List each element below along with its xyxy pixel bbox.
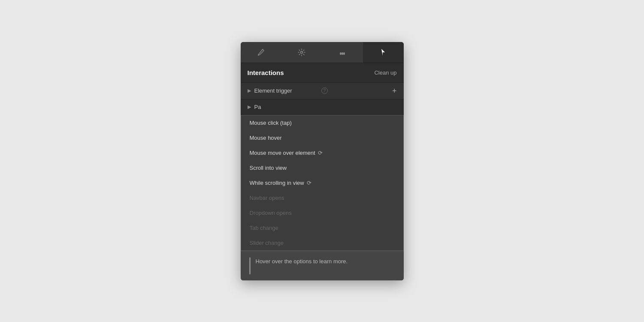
option-mouse-move-label: Mouse move over element	[250, 150, 315, 156]
svg-point-1	[340, 52, 342, 55]
interactions-panel: Interactions Clean up ▶ Element trigger …	[241, 42, 404, 280]
option-mouse-hover-label: Mouse hover	[250, 135, 282, 141]
option-mouse-click[interactable]: Mouse click (tap)	[241, 115, 403, 130]
option-tab-change-label: Tab change	[250, 225, 278, 231]
svg-point-0	[301, 51, 303, 53]
section-title: Interactions	[248, 69, 284, 76]
tab-brush[interactable]	[241, 42, 281, 63]
hint-text: Hover over the options to learn more.	[256, 257, 348, 266]
hint-box: Hover over the options to learn more.	[241, 251, 404, 280]
refresh-icon-1: ⟳	[318, 150, 323, 156]
hint-bar	[249, 257, 251, 274]
tab-settings[interactable]	[281, 42, 322, 63]
option-scroll-into-view-label: Scroll into view	[250, 165, 287, 171]
svg-point-2	[342, 52, 343, 55]
option-mouse-hover[interactable]: Mouse hover	[241, 130, 403, 145]
option-mouse-click-label: Mouse click (tap)	[250, 120, 292, 126]
trigger-dropdown: Mouse click (tap) Mouse hover Mouse move…	[241, 115, 404, 251]
svg-marker-4	[381, 49, 385, 56]
pa-label: Pa	[254, 104, 261, 110]
tab-color[interactable]	[322, 42, 363, 63]
svg-point-3	[343, 52, 345, 55]
option-navbar-opens: Navbar opens	[241, 190, 403, 205]
option-slider-change-label: Slider change	[250, 240, 284, 246]
option-mouse-move[interactable]: Mouse move over element ⟳	[241, 145, 403, 160]
pa-row[interactable]: ▶ Pa	[241, 99, 404, 115]
option-navbar-opens-label: Navbar opens	[250, 195, 284, 201]
help-icon[interactable]: ?	[321, 87, 328, 94]
tab-bar	[241, 42, 404, 63]
option-while-scrolling-label: While scrolling in view	[250, 180, 304, 186]
option-tab-change: Tab change	[241, 220, 403, 235]
add-trigger-button[interactable]: +	[392, 87, 397, 95]
chevron-right-icon: ▶	[248, 88, 251, 93]
section-header: Interactions Clean up	[241, 63, 404, 83]
tab-interactions[interactable]	[363, 42, 404, 63]
cleanup-button[interactable]: Clean up	[374, 69, 396, 76]
option-while-scrolling[interactable]: While scrolling in view ⟳	[241, 175, 403, 190]
option-scroll-into-view[interactable]: Scroll into view	[241, 160, 403, 175]
option-dropdown-opens: Dropdown opens	[241, 205, 403, 220]
element-trigger-row[interactable]: ▶ Element trigger ? +	[241, 83, 404, 99]
option-dropdown-opens-label: Dropdown opens	[250, 210, 292, 216]
option-slider-change: Slider change	[241, 235, 403, 250]
chevron-right-icon-2: ▶	[248, 104, 251, 110]
refresh-icon-2: ⟳	[307, 180, 311, 186]
element-trigger-label: Element trigger	[254, 87, 319, 94]
